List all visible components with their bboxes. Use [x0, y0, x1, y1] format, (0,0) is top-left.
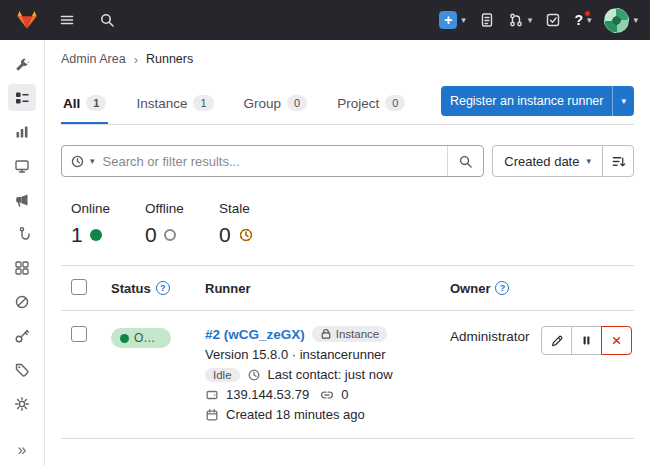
sidebar-collapse-button[interactable]: »	[18, 442, 27, 458]
chevron-down-icon[interactable]: ▾	[613, 97, 634, 106]
runner-type-tabs: All 1 Instance 1 Group 0 Project 0 Regis…	[61, 82, 634, 125]
todo-list-button[interactable]	[545, 12, 561, 28]
sidebar-item-applications[interactable]	[8, 254, 36, 281]
row-checkbox[interactable]	[71, 326, 87, 342]
navbar-left	[12, 6, 122, 34]
stat-online-value: 1	[71, 223, 83, 247]
runner-table-row: Online #2 (wCG_zeGX) Instance	[61, 311, 634, 439]
stat-stale: Stale 0	[219, 201, 267, 247]
sort-by-dropdown[interactable]: Created date ▾	[492, 145, 603, 177]
main-content: Admin Area › Runners All 1 Instance 1 Gr…	[45, 40, 650, 466]
new-menu-dropdown[interactable]: + ▾	[439, 11, 466, 29]
issues-icon	[479, 12, 495, 28]
help-dropdown[interactable]: ? ▾	[574, 13, 591, 27]
stat-offline-label: Offline	[145, 201, 193, 216]
sidebar-item-overview[interactable]	[8, 50, 36, 77]
filter-row: ▾ Created date ▾	[61, 145, 634, 177]
pencil-icon	[550, 334, 564, 348]
sidebar-item-abuse-reports[interactable]	[8, 288, 36, 315]
navbar-right: + ▾ ▾ ?	[439, 8, 638, 33]
tab-project-label: Project	[337, 96, 379, 111]
sort-button-group: Created date ▾	[492, 145, 634, 177]
stat-online-label: Online	[71, 201, 119, 216]
select-all-checkbox[interactable]	[71, 279, 87, 295]
tab-group[interactable]: Group 0	[242, 82, 310, 124]
issues-button[interactable]	[479, 12, 495, 28]
tab-project-count: 0	[385, 95, 405, 111]
sidebar-item-system-hooks[interactable]	[8, 220, 36, 247]
hamburger-menu-button[interactable]	[52, 6, 82, 34]
runner-type-badge: Instance	[312, 326, 387, 342]
runner-status-stats: Online 1 Offline 0 Stale 0	[61, 201, 634, 265]
stat-stale-label: Stale	[219, 201, 267, 216]
search-input[interactable]	[103, 154, 448, 169]
stat-offline-value: 0	[145, 223, 157, 247]
chevron-down-icon: ▾	[633, 16, 638, 25]
header-checkbox-cell	[61, 279, 111, 298]
gear-icon	[14, 396, 30, 412]
slash-circle-icon	[14, 294, 30, 310]
search-icon	[99, 12, 115, 28]
delete-runner-button[interactable]	[601, 326, 632, 355]
sidebar-item-settings[interactable]	[8, 390, 36, 417]
search-submit-button[interactable]	[447, 146, 483, 176]
chevron-down-icon: ▾	[586, 157, 591, 166]
sidebar-item-monitoring[interactable]	[8, 152, 36, 179]
row-runner-cell: #2 (wCG_zeGX) Instance Version 15.8.0 · …	[205, 326, 450, 422]
sidebar-item-analytics[interactable]	[8, 118, 36, 145]
lock-icon	[320, 328, 332, 340]
clock-icon	[247, 368, 261, 382]
pause-runner-button[interactable]	[571, 326, 602, 355]
sidebar-item-labels[interactable]	[8, 356, 36, 383]
chevron-down-icon: ▾	[461, 16, 466, 25]
runner-table-header: Status ? Runner Owner ?	[61, 265, 634, 311]
edit-runner-button[interactable]	[541, 326, 572, 355]
applications-grid-icon	[14, 260, 30, 276]
tab-instance[interactable]: Instance 1	[134, 82, 215, 124]
close-x-icon	[610, 334, 623, 347]
online-dot-icon	[120, 334, 129, 343]
breadcrumb-admin-area[interactable]: Admin Area	[61, 52, 126, 66]
tab-project[interactable]: Project 0	[335, 82, 407, 124]
sidebar-item-messages[interactable]	[8, 186, 36, 213]
filtered-search-box: ▾	[61, 145, 484, 177]
header-status: Status ?	[111, 281, 205, 296]
label-tag-icon	[14, 362, 30, 378]
runner-link[interactable]: #2 (wCG_zeGX)	[205, 327, 305, 342]
breadcrumb-runners: Runners	[146, 52, 193, 66]
user-menu-dropdown[interactable]: ▾	[604, 8, 638, 33]
tab-all[interactable]: All 1	[61, 82, 108, 124]
runner-version: Version 15.8.0 · instancerunner	[205, 347, 386, 362]
tab-instance-count: 1	[193, 95, 213, 111]
row-status-cell: Online	[111, 326, 205, 348]
sort-direction-button[interactable]	[602, 145, 634, 177]
ip-address-icon	[205, 388, 219, 402]
runner-header-label: Runner	[205, 281, 251, 296]
gitlab-admin-runners-page: + ▾ ▾ ?	[0, 0, 650, 466]
help-icon: ?	[574, 13, 583, 27]
stale-clock-icon	[238, 227, 254, 243]
search-history-dropdown[interactable]: ▾	[62, 154, 103, 169]
status-badge: Online	[111, 328, 171, 348]
status-badge-label: Online	[134, 331, 162, 345]
monitor-icon	[14, 158, 30, 174]
user-avatar	[604, 8, 629, 33]
register-instance-runner-button[interactable]: Register an instance runner ▾	[441, 86, 634, 116]
gitlab-logo[interactable]	[12, 6, 42, 34]
history-clock-icon	[70, 154, 85, 169]
owner-help-icon[interactable]: ?	[495, 281, 509, 295]
hamburger-icon	[59, 12, 75, 28]
runner-ip-address: 139.144.53.79	[226, 387, 309, 402]
runner-owner[interactable]: Administrator	[450, 329, 530, 344]
owner-header-label: Owner	[450, 281, 490, 296]
sidebar-item-deploy-keys[interactable]	[8, 322, 36, 349]
status-header-label: Status	[111, 281, 151, 296]
key-icon	[14, 328, 30, 344]
status-help-icon[interactable]: ?	[156, 281, 170, 295]
row-checkbox-cell	[61, 326, 111, 346]
tab-all-label: All	[63, 96, 80, 111]
sidebar-item-runners[interactable]	[8, 84, 36, 111]
search-button[interactable]	[92, 6, 122, 34]
merge-requests-dropdown[interactable]: ▾	[508, 12, 533, 28]
megaphone-icon	[14, 192, 30, 208]
